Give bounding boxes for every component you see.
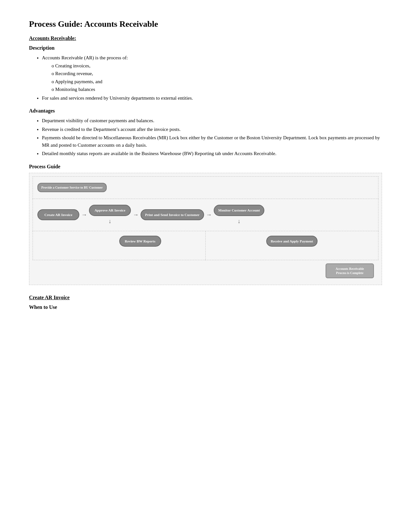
- bottom-left-lane: Review BW Reports: [33, 231, 205, 260]
- adv-bullet-3: Payments should be directed to Miscellan…: [42, 134, 382, 149]
- review-bw-node: Review BW Reports: [119, 236, 161, 247]
- end-node: Accounts Receivable Process is Complete: [326, 263, 374, 278]
- adv-bullet-2: Revenue is credited to the Department’s …: [42, 126, 382, 133]
- description-list: Accounts Receivable (AR) is the process …: [42, 54, 382, 102]
- arrow-3: →: [206, 212, 212, 218]
- bottom-lane: Review BW Reports Receive and Apply Paym…: [33, 231, 378, 260]
- description-heading: Description: [29, 45, 382, 51]
- approve-ar-col: Approve AR Invoice ↓: [89, 205, 131, 224]
- advantages-section: Advantages Department visibility of cust…: [29, 108, 382, 157]
- process-guide-heading: Process Guide: [29, 164, 382, 170]
- when-to-use-heading: When to Use: [29, 304, 382, 310]
- create-ar-invoice-section: Create AR Invoice When to Use: [29, 295, 382, 310]
- sub-bullet-list: Creating invoices, Recording revenue, Ap…: [52, 62, 382, 93]
- description-bullet2: For sales and services rendered by Unive…: [42, 94, 382, 102]
- sub-bullet-3: Applying payments, and: [52, 78, 382, 85]
- advantages-list: Department visibility of customer paymen…: [42, 117, 382, 157]
- print-send-col: Print and Send Invoice to Customer: [141, 209, 204, 220]
- monitor-node: Monitor Customer Account: [214, 205, 264, 216]
- arrow-1: →: [81, 212, 87, 218]
- adv-bullet-4: Detailed monthly status reports are avai…: [42, 150, 382, 157]
- top-node: Provide a Customer Service to BU Custome…: [37, 183, 107, 192]
- page-title: Process Guide: Accounts Receivable: [29, 19, 382, 29]
- advantages-heading: Advantages: [29, 108, 382, 114]
- middle-lane: Create AR Invoice → Approve AR Invoice ↓…: [33, 199, 378, 231]
- arrow-2: →: [133, 212, 139, 218]
- approve-ar-node: Approve AR Invoice: [89, 205, 131, 216]
- monitor-col: Monitor Customer Account ↓: [214, 205, 264, 224]
- arrow-down-bw: ↓: [109, 218, 112, 225]
- sub-bullet-4: Monitoring balances: [52, 86, 382, 93]
- bottom-right-lane: Receive and Apply Payment: [205, 231, 378, 260]
- ar-section-heading: Accounts Receivable:: [29, 35, 382, 41]
- create-ar-invoice-heading: Create AR Invoice: [29, 295, 382, 300]
- description-bullet1: Accounts Receivable (AR) is the process …: [42, 54, 382, 93]
- top-lane: Provide a Customer Service to BU Custome…: [33, 176, 378, 199]
- create-ar-col: Create AR Invoice: [37, 209, 79, 220]
- print-send-node: Print and Send Invoice to Customer: [141, 209, 204, 220]
- sub-bullet-1: Creating invoices,: [52, 62, 382, 70]
- sub-bullet-2: Recording revenue,: [52, 70, 382, 77]
- receive-apply-node: Receive and Apply Payment: [266, 236, 318, 247]
- review-bw-wrapper: Review BW Reports: [119, 236, 161, 247]
- accounts-receivable-section: Accounts Receivable: Description Account…: [29, 35, 382, 102]
- create-ar-node: Create AR Invoice: [37, 209, 79, 220]
- adv-bullet-1: Department visibility of customer paymen…: [42, 117, 382, 124]
- arrow-down-payment: ↓: [238, 218, 240, 225]
- process-diagram: Provide a Customer Service to BU Custome…: [29, 173, 382, 285]
- process-guide-section: Process Guide Provide a Customer Service…: [29, 164, 382, 285]
- end-node-area: Accounts Receivable Process is Complete: [33, 260, 378, 281]
